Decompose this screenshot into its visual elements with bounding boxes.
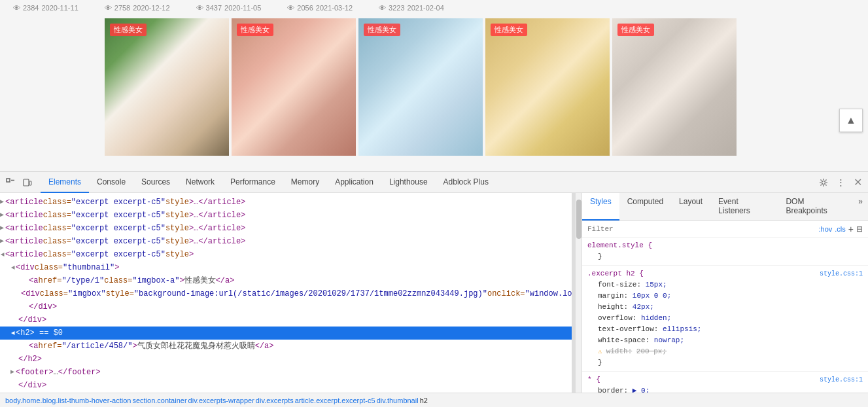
gallery-image-4 xyxy=(485,18,610,156)
gallery-label-1: 性感美女 xyxy=(110,24,147,36)
dom-scrollbar[interactable] xyxy=(575,193,582,393)
breadcrumb-div-thumbnail[interactable]: div.thumbnail xyxy=(377,397,419,404)
scroll-up-button[interactable]: ▲ xyxy=(839,109,863,132)
dom-line-selected[interactable]: ▼ <h2> == $0 ➔ xyxy=(0,327,572,340)
breadcrumb-body[interactable]: body.home.blog.list-thumb-hover-action xyxy=(5,397,131,404)
svg-rect-0 xyxy=(7,179,10,182)
breadcrumb-div-excerpts[interactable]: div.excerpts xyxy=(256,397,294,404)
svg-rect-2 xyxy=(24,179,29,186)
breadcrumb-article[interactable]: article.excerpt.excerpt-c5 xyxy=(295,397,375,404)
inspect-element-button[interactable] xyxy=(3,175,18,190)
dom-line[interactable]: ▼ <article class="excerpt excerpt-c5" st… xyxy=(0,248,572,261)
collapse-arrow[interactable]: ▶ xyxy=(10,366,14,378)
collapse-arrow[interactable]: ▶ xyxy=(0,209,4,221)
dom-line[interactable]: ▶ <footer> … </footer> xyxy=(0,366,572,379)
stats-bar: 👁 2384 2020-11-11 👁 2758 2020-12-12 👁 34… xyxy=(0,0,868,16)
dom-line[interactable]: <div class="imgbox" style="background-im… xyxy=(0,287,572,300)
css-property[interactable]: overflow: hidden; xyxy=(587,313,863,324)
gallery-item-1[interactable]: 性感美女 xyxy=(105,18,229,156)
dom-line[interactable]: <a href="/type/1" class="imgbox-a" > 性感美… xyxy=(0,274,572,287)
css-selector[interactable]: * { xyxy=(587,376,600,383)
tab-lighthouse[interactable]: Lighthouse xyxy=(381,172,436,193)
collapse-arrow[interactable]: ▶ xyxy=(0,236,4,247)
css-source-link[interactable]: style.css:1 xyxy=(820,374,863,385)
dom-line[interactable]: ▶ <article class="excerpt excerpt-c5" st… xyxy=(0,222,572,235)
tab-dom-breakpoints[interactable]: DOM Breakpoints xyxy=(778,193,853,221)
tab-application[interactable]: Application xyxy=(327,172,381,193)
devtools-panel: Elements Console Sources Network Perform… xyxy=(0,171,868,407)
tab-styles[interactable]: Styles xyxy=(582,193,619,221)
tab-sources[interactable]: Sources xyxy=(133,172,178,193)
dom-line[interactable]: </div> xyxy=(0,313,572,327)
dom-line[interactable]: <a href="/article/458/" > 气质女郎杜花花魔鬼身材惹火吸… xyxy=(0,340,572,353)
stat-date-5: 2021-02-04 xyxy=(408,4,444,12)
gallery-image-5 xyxy=(612,18,737,156)
tab-console[interactable]: Console xyxy=(89,172,133,193)
stat-date-4: 2021-03-12 xyxy=(316,4,353,12)
dom-line[interactable]: </h2> xyxy=(0,353,572,366)
breadcrumb-section[interactable]: section.container xyxy=(132,397,186,404)
css-property-warning[interactable]: ⚠ width: 200 px; xyxy=(587,346,863,357)
eye-icon-5: 👁 xyxy=(379,4,386,12)
dom-line[interactable]: </div> xyxy=(0,300,572,313)
css-property: } xyxy=(587,357,863,368)
tab-network[interactable]: Network xyxy=(178,172,222,193)
css-property[interactable]: margin: 10px 0 0; xyxy=(587,291,863,302)
filter-add-rule-button[interactable]: + xyxy=(848,224,854,234)
dom-line[interactable]: </div> xyxy=(0,379,572,392)
tab-event-listeners[interactable]: Event Listeners xyxy=(710,193,778,221)
stat-value-3: 3437 xyxy=(206,4,222,12)
css-selector[interactable]: element.style { xyxy=(587,241,652,249)
dom-line[interactable]: ▼ <div class="thumbnail" > xyxy=(0,261,572,274)
dom-scrollbar-thumb[interactable] xyxy=(576,200,582,239)
tab-adblock[interactable]: Adblock Plus xyxy=(436,172,496,193)
tab-layout[interactable]: Layout xyxy=(671,193,710,221)
css-property[interactable]: } xyxy=(587,251,863,262)
tab-memory[interactable]: Memory xyxy=(283,172,327,193)
dom-line[interactable]: ▶ <article class="excerpt excerpt-c5" st… xyxy=(0,235,572,248)
dom-line[interactable]: ▶ <article class="excerpt excerpt-c5" st… xyxy=(0,196,572,209)
css-property[interactable]: height: 42px; xyxy=(587,302,863,313)
collapse-arrow[interactable]: ▼ xyxy=(7,331,18,335)
breadcrumb-bar: body.home.blog.list-thumb-hover-action s… xyxy=(0,393,868,407)
dom-line[interactable]: ▶ <article class="excerpt excerpt-c5" st… xyxy=(0,209,572,222)
breadcrumb-div-excerpts-wrapper[interactable]: div.excerpts-wrapper xyxy=(188,397,254,404)
gallery-label-4: 性感美女 xyxy=(491,24,527,36)
css-property[interactable]: white-space: nowrap; xyxy=(587,335,863,346)
stat-date-1: 2020-11-11 xyxy=(41,4,78,12)
styles-filter-input[interactable] xyxy=(587,225,816,233)
filter-icon-refresh[interactable]: ⊟ xyxy=(856,224,863,234)
devtools-close-button[interactable]: ✕ xyxy=(850,175,865,190)
collapse-arrow[interactable]: ▶ xyxy=(0,222,4,234)
tab-computed[interactable]: Computed xyxy=(619,193,671,221)
collapse-arrow[interactable]: ▼ xyxy=(7,266,18,270)
tab-performance[interactable]: Performance xyxy=(222,172,283,193)
dom-panel[interactable]: ▶ <article class="excerpt excerpt-c5" st… xyxy=(0,193,572,393)
devtools-settings-button[interactable] xyxy=(816,175,831,190)
css-selector[interactable]: .excerpt h2 { xyxy=(587,270,644,277)
css-property[interactable]: text-overflow: ellipsis; xyxy=(587,324,863,335)
gallery-item-4[interactable]: 性感美女 xyxy=(485,18,610,156)
css-property[interactable]: border: ▶ 0; xyxy=(587,385,863,393)
devtools-tabs: Elements Console Sources Network Perform… xyxy=(41,172,816,193)
gallery-item-2[interactable]: 性感美女 xyxy=(232,18,356,156)
gallery-item-5[interactable]: 性感美女 xyxy=(612,18,737,156)
gallery-image-1 xyxy=(105,18,229,156)
chevron-up-icon: ▲ xyxy=(846,115,856,126)
filter-cls-toggle[interactable]: .cls xyxy=(835,225,846,233)
stat-3: 👁 3437 2020-11-05 xyxy=(196,4,262,12)
gallery-label-3: 性感美女 xyxy=(364,24,400,36)
gallery-item-3[interactable]: 性感美女 xyxy=(358,18,483,156)
device-toggle-button[interactable] xyxy=(20,175,35,190)
stat-2: 👁 2758 2020-12-12 xyxy=(105,4,170,12)
collapse-arrow[interactable]: ▶ xyxy=(0,196,4,208)
breadcrumb-h2[interactable]: h2 xyxy=(420,397,428,404)
css-property[interactable]: font-size: 15px; xyxy=(587,279,863,291)
filter-hov-toggle[interactable]: :hov xyxy=(819,225,833,233)
collapse-arrow[interactable]: ▼ xyxy=(0,253,8,257)
styles-more-button[interactable]: » xyxy=(853,193,868,221)
tab-elements[interactable]: Elements xyxy=(41,172,89,193)
gallery-image-2 xyxy=(232,18,356,156)
devtools-more-button[interactable]: ⋮ xyxy=(833,175,848,190)
css-source-link[interactable]: style.css:1 xyxy=(820,268,863,279)
